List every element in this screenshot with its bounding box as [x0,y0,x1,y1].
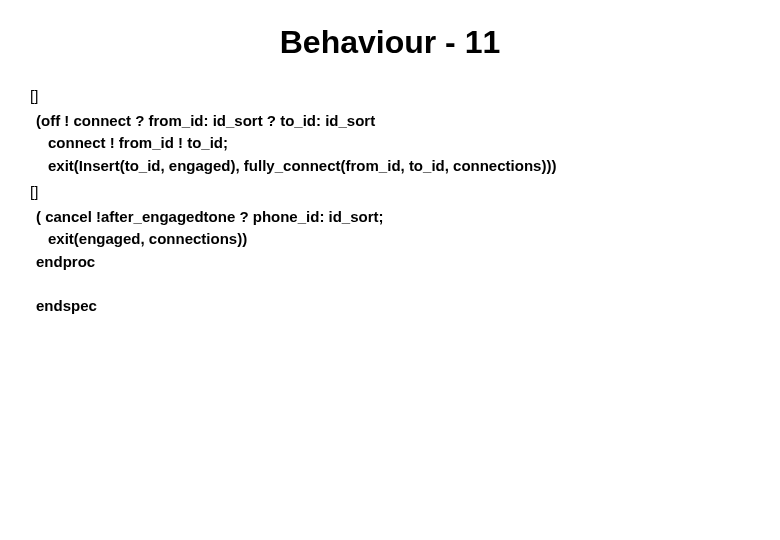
choice-marker-1: [] [30,85,750,108]
code-line: ( cancel !after_engagedtone ? phone_id: … [30,206,750,229]
code-block-2: ( cancel !after_engagedtone ? phone_id: … [30,206,750,274]
slide-container: Behaviour - 11 [] (off ! connect ? from_… [0,0,780,338]
endspec-line: endspec [30,295,750,318]
code-line: endproc [30,251,750,274]
choice-marker-2: [] [30,181,750,204]
code-block-1: (off ! connect ? from_id: id_sort ? to_i… [30,110,750,178]
page-title: Behaviour - 11 [30,24,750,61]
code-line: exit(Insert(to_id, engaged), fully_conne… [30,155,750,178]
code-line: (off ! connect ? from_id: id_sort ? to_i… [30,110,750,133]
code-line: exit(engaged, connections)) [30,228,750,251]
content-body: [] (off ! connect ? from_id: id_sort ? t… [30,85,750,318]
code-line: connect ! from_id ! to_id; [30,132,750,155]
